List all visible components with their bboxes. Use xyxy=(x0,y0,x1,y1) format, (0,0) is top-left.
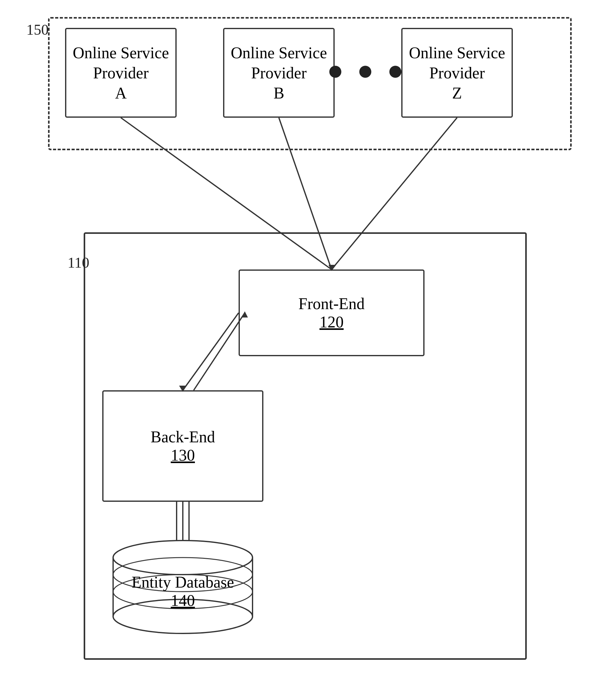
ellipsis-dots: ● ● ● xyxy=(327,54,407,86)
backend-ref: 130 xyxy=(171,446,195,464)
label-110: 110 xyxy=(68,254,89,271)
db-label-area: Entity Database 140 xyxy=(96,573,269,610)
osp-z-box: Online ServiceProviderZ xyxy=(401,28,513,118)
frontend-box: Front-End 120 xyxy=(239,270,424,356)
db-label: Entity Database xyxy=(132,573,234,591)
osp-b-label: Online ServiceProviderB xyxy=(231,43,327,103)
label-150: 150 xyxy=(26,21,49,38)
osp-a-box: Online ServiceProviderA xyxy=(65,28,177,118)
osp-b-box: Online ServiceProviderB xyxy=(223,28,335,118)
diagram: 150 Online ServiceProviderA Online Servi… xyxy=(0,0,616,683)
frontend-ref: 120 xyxy=(320,313,344,331)
backend-label: Back-End xyxy=(151,428,215,446)
backend-box: Back-End 130 xyxy=(102,390,263,502)
db-ref: 140 xyxy=(171,592,195,609)
osp-a-label: Online ServiceProviderA xyxy=(73,43,169,103)
osp-z-label: Online ServiceProviderZ xyxy=(409,43,505,103)
frontend-label: Front-End xyxy=(299,295,365,313)
